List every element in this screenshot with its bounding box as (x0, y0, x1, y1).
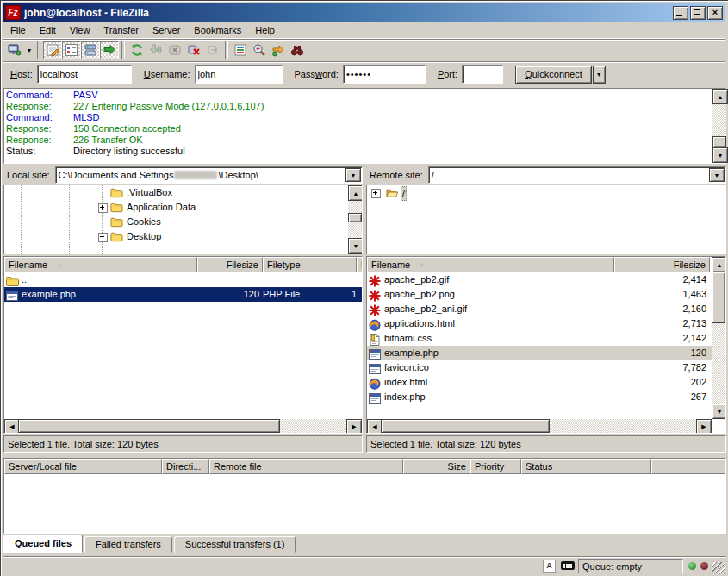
refresh-button[interactable] (128, 41, 146, 59)
file-row[interactable]: apache_pb2.gif2,414 (367, 272, 725, 287)
tree-item[interactable]: Cookies (4, 215, 362, 229)
remote-path-value: / (432, 170, 434, 180)
toggle-transfer-queue-button[interactable] (100, 41, 119, 59)
menu-transfer[interactable]: Transfer (96, 23, 146, 37)
log-scrollbar[interactable]: ▲ ▼ (712, 89, 726, 163)
local-hscroll-thumb[interactable] (18, 419, 280, 433)
minimize-button[interactable] (673, 6, 688, 20)
toggle-remote-tree-button[interactable] (81, 41, 100, 59)
file-row[interactable]: index.html202 (367, 375, 725, 390)
file-size-cell: 2,713 (614, 316, 710, 331)
collapse-icon[interactable] (98, 233, 108, 242)
tab-failed-transfers[interactable]: Failed transfers (84, 536, 172, 553)
remote-vertical-scrollbar[interactable]: ▲ ▼ (712, 257, 725, 419)
resize-grip[interactable] (712, 562, 725, 574)
column-header-directi-[interactable]: Directi... (162, 459, 209, 474)
expand-icon[interactable] (371, 189, 381, 198)
quickconnect-dropdown-button[interactable]: ▼ (593, 66, 606, 84)
column-header-priority[interactable]: Priority (470, 459, 521, 474)
file-row[interactable]: example.php120PHP File1 (4, 287, 362, 302)
chevron-down-icon[interactable]: ▼ (709, 168, 725, 182)
maximize-button[interactable] (690, 6, 706, 20)
close-button[interactable]: × (707, 6, 723, 20)
quickconnect-button[interactable]: Quickconnect (515, 66, 592, 84)
menu-file[interactable]: File (3, 23, 33, 37)
directory-filter-button[interactable] (231, 41, 250, 59)
local-status-text: Selected 1 file. Total size: 120 bytes (3, 435, 363, 453)
username-input[interactable] (195, 65, 283, 84)
column-header-filetype[interactable]: Filetype (263, 257, 357, 272)
chevron-down-icon[interactable]: ▼ (345, 168, 361, 182)
file-row[interactable]: applications.html2,713 (367, 316, 725, 331)
file-size-cell: 2,414 (614, 272, 710, 287)
column-header-server-local-file[interactable]: Server/Local file (4, 459, 162, 474)
toggle-local-tree-button[interactable] (62, 41, 81, 59)
local-site-combobox[interactable]: C:\Documents and Settings\Desktop\ ▼ (55, 166, 363, 184)
remote-horizontal-scrollbar[interactable]: ◀ ▶ (367, 419, 712, 433)
tree-item[interactable]: / (367, 185, 725, 200)
local-site-label: Local site: (3, 170, 55, 180)
column-header-remote-file[interactable]: Remote file (209, 459, 403, 474)
column-header-filesize[interactable]: Filesize (197, 257, 263, 272)
file-name-cell: apache_pb2.gif (367, 272, 614, 287)
log-scrollbar-thumb[interactable] (712, 136, 726, 147)
menu-server[interactable]: Server (146, 23, 187, 37)
scroll-down-icon[interactable]: ▼ (712, 147, 728, 163)
toggle-message-log-button[interactable] (43, 41, 62, 59)
scroll-up-icon[interactable]: ▲ (712, 89, 728, 104)
file-size-cell: 267 (614, 390, 710, 404)
column-header-status[interactable]: Status (521, 459, 651, 474)
scroll-down-icon[interactable]: ▼ (712, 404, 726, 419)
remote-site-combobox[interactable]: / ▼ (428, 166, 726, 184)
scroll-right-icon[interactable]: ▶ (696, 419, 712, 434)
menu-help[interactable]: Help (248, 23, 282, 37)
expand-icon[interactable] (98, 203, 108, 213)
column-header-filename[interactable]: Filename▲ (4, 257, 197, 272)
tab-queued-files[interactable]: Queued files (3, 535, 83, 553)
scroll-up-icon[interactable]: ▲ (348, 185, 363, 201)
menu-view[interactable]: View (63, 23, 97, 37)
find-files-button[interactable] (288, 41, 307, 59)
site-manager-button[interactable] (5, 41, 24, 59)
port-input[interactable] (462, 65, 503, 84)
transfer-queue-icon (103, 43, 116, 57)
column-header-size[interactable]: Size (403, 459, 470, 474)
file-row[interactable]: favicon.ico7,782 (367, 360, 725, 375)
file-row[interactable]: example.php120 (367, 346, 725, 360)
file-row[interactable]: .. (4, 272, 362, 287)
menu-bookmarks[interactable]: Bookmarks (187, 23, 248, 37)
file-row[interactable]: apache_pb2_ani.gif2,160 (367, 302, 725, 316)
directory-compare-button[interactable] (250, 41, 269, 59)
synchronized-browsing-button[interactable] (269, 41, 288, 59)
tree-item[interactable]: .VirtualBox (4, 185, 362, 200)
tab-successful-transfers-1-[interactable]: Successful transfers (1) (174, 536, 296, 553)
column-header-l[interactable]: L (357, 257, 363, 272)
local-tree-scrollbar[interactable]: ▲ ▼ (348, 185, 362, 254)
menu-edit[interactable]: Edit (33, 23, 63, 37)
local-horizontal-scrollbar[interactable]: ◀ ▶ (4, 419, 362, 433)
disconnect-button[interactable] (184, 41, 203, 59)
column-header-filename[interactable]: Filename▲ (367, 257, 614, 272)
local-tree-scrollbar-thumb[interactable] (348, 213, 362, 222)
remote-vscroll-thumb[interactable] (712, 272, 725, 323)
data-type-icon[interactable]: A (542, 560, 557, 573)
file-row[interactable]: bitnami.css2,142 (367, 331, 725, 346)
cancel-operation-button[interactable] (165, 41, 184, 59)
file-row[interactable]: index.php267 (367, 390, 725, 404)
column-header-filesize[interactable]: Filesize (614, 257, 710, 272)
scroll-right-icon[interactable]: ▶ (346, 419, 362, 434)
remote-hscroll-thumb[interactable] (381, 419, 550, 433)
tree-item[interactable]: Application Data (4, 200, 362, 215)
reconnect-button[interactable] (203, 41, 222, 59)
speed-limit-icon[interactable] (560, 560, 575, 573)
title-bar[interactable]: Fz john@localhost - FileZilla × (3, 3, 725, 22)
file-row[interactable]: apache_pb2.png1,463 (367, 287, 725, 302)
site-manager-dropdown-button[interactable]: ▼ (24, 41, 34, 59)
file-name-text: apache_pb2_ani.gif (384, 302, 467, 316)
tree-item[interactable]: Desktop (4, 229, 362, 244)
host-input[interactable] (37, 65, 132, 84)
password-input[interactable] (343, 65, 426, 84)
scroll-down-icon[interactable]: ▼ (348, 238, 363, 254)
process-queue-button[interactable] (146, 41, 165, 59)
scroll-up-icon[interactable]: ▲ (712, 257, 726, 272)
